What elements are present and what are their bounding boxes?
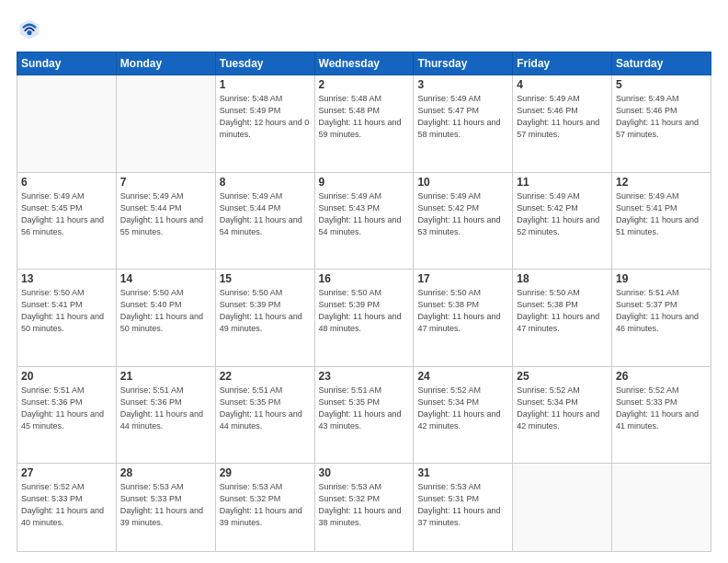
calendar-cell: 16Sunrise: 5:50 AM Sunset: 5:39 PM Dayli… (314, 270, 414, 367)
day-number: 20 (21, 370, 112, 383)
weekday-header-tuesday: Tuesday (215, 52, 314, 75)
day-info: Sunrise: 5:51 AM Sunset: 5:36 PM Dayligh… (21, 385, 112, 432)
calendar-cell: 15Sunrise: 5:50 AM Sunset: 5:39 PM Dayli… (215, 270, 314, 367)
week-row-5: 27Sunrise: 5:52 AM Sunset: 5:33 PM Dayli… (17, 464, 711, 552)
day-info: Sunrise: 5:51 AM Sunset: 5:35 PM Dayligh… (319, 385, 410, 432)
svg-marker-0 (20, 20, 40, 40)
calendar-cell: 25Sunrise: 5:52 AM Sunset: 5:34 PM Dayli… (513, 366, 612, 464)
calendar-cell: 3Sunrise: 5:49 AM Sunset: 5:47 PM Daylig… (414, 75, 513, 173)
day-info: Sunrise: 5:52 AM Sunset: 5:34 PM Dayligh… (517, 385, 608, 432)
calendar-cell: 19Sunrise: 5:51 AM Sunset: 5:37 PM Dayli… (612, 270, 711, 367)
day-number: 14 (120, 272, 211, 285)
calendar-cell: 4Sunrise: 5:49 AM Sunset: 5:46 PM Daylig… (513, 75, 612, 173)
day-info: Sunrise: 5:49 AM Sunset: 5:43 PM Dayligh… (319, 190, 410, 238)
day-info: Sunrise: 5:50 AM Sunset: 5:41 PM Dayligh… (21, 287, 112, 335)
week-row-2: 6Sunrise: 5:49 AM Sunset: 5:45 PM Daylig… (17, 172, 711, 270)
weekday-header-friday: Friday (513, 52, 612, 75)
day-number: 13 (21, 272, 112, 285)
calendar-cell (612, 464, 711, 552)
day-info: Sunrise: 5:49 AM Sunset: 5:46 PM Dayligh… (517, 93, 608, 141)
day-info: Sunrise: 5:53 AM Sunset: 5:32 PM Dayligh… (220, 481, 311, 529)
day-info: Sunrise: 5:53 AM Sunset: 5:31 PM Dayligh… (417, 481, 508, 529)
calendar-cell: 29Sunrise: 5:53 AM Sunset: 5:32 PM Dayli… (215, 464, 314, 552)
header (17, 17, 711, 42)
day-info: Sunrise: 5:48 AM Sunset: 5:48 PM Dayligh… (319, 93, 410, 141)
day-info: Sunrise: 5:49 AM Sunset: 5:47 PM Dayligh… (417, 93, 508, 141)
day-number: 27 (21, 466, 112, 479)
day-info: Sunrise: 5:53 AM Sunset: 5:32 PM Dayligh… (319, 481, 410, 529)
calendar-cell: 9Sunrise: 5:49 AM Sunset: 5:43 PM Daylig… (314, 172, 414, 270)
day-number: 24 (417, 370, 508, 383)
day-number: 28 (120, 466, 211, 479)
day-number: 10 (417, 176, 508, 189)
calendar-table: SundayMondayTuesdayWednesdayThursdayFrid… (17, 52, 711, 552)
calendar-cell: 11Sunrise: 5:49 AM Sunset: 5:42 PM Dayli… (513, 172, 612, 270)
day-number: 26 (616, 370, 707, 383)
day-number: 3 (417, 78, 508, 91)
calendar-cell: 10Sunrise: 5:49 AM Sunset: 5:42 PM Dayli… (414, 172, 513, 270)
logo-icon (17, 17, 42, 42)
calendar-cell: 7Sunrise: 5:49 AM Sunset: 5:44 PM Daylig… (116, 172, 215, 270)
day-info: Sunrise: 5:49 AM Sunset: 5:44 PM Dayligh… (220, 190, 311, 238)
week-row-1: 1Sunrise: 5:48 AM Sunset: 5:49 PM Daylig… (17, 75, 711, 173)
day-info: Sunrise: 5:52 AM Sunset: 5:33 PM Dayligh… (21, 481, 112, 529)
day-number: 30 (319, 466, 410, 479)
calendar-cell: 13Sunrise: 5:50 AM Sunset: 5:41 PM Dayli… (17, 270, 117, 367)
weekday-header-thursday: Thursday (414, 52, 513, 75)
day-number: 19 (616, 272, 707, 285)
day-info: Sunrise: 5:49 AM Sunset: 5:42 PM Dayligh… (517, 190, 608, 238)
day-info: Sunrise: 5:49 AM Sunset: 5:44 PM Dayligh… (120, 190, 211, 238)
day-info: Sunrise: 5:53 AM Sunset: 5:33 PM Dayligh… (120, 481, 211, 529)
day-info: Sunrise: 5:49 AM Sunset: 5:41 PM Dayligh… (616, 190, 707, 238)
day-info: Sunrise: 5:52 AM Sunset: 5:34 PM Dayligh… (417, 385, 508, 432)
calendar-cell: 17Sunrise: 5:50 AM Sunset: 5:38 PM Dayli… (414, 270, 513, 367)
day-info: Sunrise: 5:49 AM Sunset: 5:42 PM Dayligh… (417, 190, 508, 238)
calendar-cell (513, 464, 612, 552)
logo (17, 17, 46, 42)
day-info: Sunrise: 5:51 AM Sunset: 5:36 PM Dayligh… (120, 385, 211, 432)
day-number: 5 (616, 78, 707, 91)
calendar-cell (17, 75, 117, 173)
calendar-cell: 1Sunrise: 5:48 AM Sunset: 5:49 PM Daylig… (215, 75, 314, 173)
week-row-4: 20Sunrise: 5:51 AM Sunset: 5:36 PM Dayli… (17, 366, 711, 464)
calendar-cell: 12Sunrise: 5:49 AM Sunset: 5:41 PM Dayli… (612, 172, 711, 270)
day-info: Sunrise: 5:49 AM Sunset: 5:46 PM Dayligh… (616, 93, 707, 141)
weekday-header-sunday: Sunday (17, 52, 117, 75)
day-number: 25 (517, 370, 608, 383)
day-number: 12 (616, 176, 707, 189)
weekday-header-wednesday: Wednesday (314, 52, 414, 75)
calendar-cell: 30Sunrise: 5:53 AM Sunset: 5:32 PM Dayli… (314, 464, 414, 552)
calendar-cell: 31Sunrise: 5:53 AM Sunset: 5:31 PM Dayli… (414, 464, 513, 552)
day-info: Sunrise: 5:48 AM Sunset: 5:49 PM Dayligh… (220, 93, 311, 141)
week-row-3: 13Sunrise: 5:50 AM Sunset: 5:41 PM Dayli… (17, 270, 711, 367)
calendar-cell: 2Sunrise: 5:48 AM Sunset: 5:48 PM Daylig… (314, 75, 414, 173)
calendar-cell: 23Sunrise: 5:51 AM Sunset: 5:35 PM Dayli… (314, 366, 414, 464)
calendar-cell: 26Sunrise: 5:52 AM Sunset: 5:33 PM Dayli… (612, 366, 711, 464)
day-number: 6 (21, 176, 112, 189)
calendar-cell (116, 75, 215, 173)
calendar-cell: 28Sunrise: 5:53 AM Sunset: 5:33 PM Dayli… (116, 464, 215, 552)
page: SundayMondayTuesdayWednesdayThursdayFrid… (0, 0, 728, 563)
calendar-cell: 22Sunrise: 5:51 AM Sunset: 5:35 PM Dayli… (215, 366, 314, 464)
calendar-cell: 14Sunrise: 5:50 AM Sunset: 5:40 PM Dayli… (116, 270, 215, 367)
day-number: 22 (220, 370, 311, 383)
day-number: 16 (319, 272, 410, 285)
day-number: 18 (517, 272, 608, 285)
day-number: 31 (417, 466, 508, 479)
calendar-cell: 6Sunrise: 5:49 AM Sunset: 5:45 PM Daylig… (17, 172, 117, 270)
day-number: 17 (417, 272, 508, 285)
day-info: Sunrise: 5:49 AM Sunset: 5:45 PM Dayligh… (21, 190, 112, 238)
calendar-cell: 18Sunrise: 5:50 AM Sunset: 5:38 PM Dayli… (513, 270, 612, 367)
day-number: 15 (220, 272, 311, 285)
calendar-cell: 5Sunrise: 5:49 AM Sunset: 5:46 PM Daylig… (612, 75, 711, 173)
day-number: 23 (319, 370, 410, 383)
day-info: Sunrise: 5:50 AM Sunset: 5:39 PM Dayligh… (319, 287, 410, 335)
weekday-header-row: SundayMondayTuesdayWednesdayThursdayFrid… (17, 52, 711, 75)
day-number: 7 (120, 176, 211, 189)
calendar-cell: 8Sunrise: 5:49 AM Sunset: 5:44 PM Daylig… (215, 172, 314, 270)
day-number: 2 (319, 78, 410, 91)
day-number: 8 (220, 176, 311, 189)
weekday-header-saturday: Saturday (612, 52, 711, 75)
day-info: Sunrise: 5:51 AM Sunset: 5:35 PM Dayligh… (220, 385, 311, 432)
day-info: Sunrise: 5:52 AM Sunset: 5:33 PM Dayligh… (616, 385, 707, 432)
